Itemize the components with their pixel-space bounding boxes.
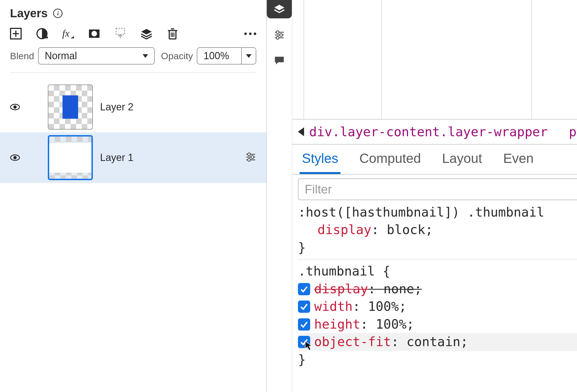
layer-name[interactable]: Layer 2 bbox=[100, 101, 133, 113]
visibility-icon[interactable] bbox=[10, 153, 20, 163]
css-selector[interactable]: .thumbnail { bbox=[298, 262, 577, 280]
blend-value: Normal bbox=[45, 50, 77, 62]
css-declaration[interactable]: display: none; bbox=[298, 280, 577, 298]
filter-row: Filter bbox=[292, 175, 577, 202]
layer-name[interactable]: Layer 1 bbox=[100, 152, 133, 163]
layers-toolbar: fx bbox=[0, 23, 266, 44]
svg-point-22 bbox=[248, 153, 250, 156]
svg-point-26 bbox=[248, 158, 250, 161]
svg-marker-27 bbox=[274, 5, 284, 10]
blend-mode-select[interactable]: Normal bbox=[38, 47, 155, 64]
svg-point-24 bbox=[251, 156, 254, 158]
styles-content: :host([hasthumbnail]) .thumbnail display… bbox=[292, 202, 577, 376]
svg-point-29 bbox=[276, 31, 279, 34]
svg-text:fx: fx bbox=[62, 28, 69, 39]
rail-layers-button[interactable] bbox=[267, 0, 292, 18]
styles-filter-input[interactable]: Filter bbox=[298, 178, 577, 200]
svg-marker-6 bbox=[71, 36, 74, 38]
new-layer-button[interactable] bbox=[10, 28, 22, 39]
side-rail bbox=[267, 0, 292, 392]
svg-point-18 bbox=[13, 105, 17, 109]
css-declaration[interactable]: object-fit: contain; bbox=[298, 333, 577, 351]
breadcrumb: div.layer-content.layer-wrapper psw bbox=[292, 120, 577, 145]
css-rule: .thumbnail { display: none; width: 100%;… bbox=[298, 262, 577, 371]
opacity-label: Opacity bbox=[161, 51, 193, 61]
layer-properties-button[interactable] bbox=[245, 152, 256, 164]
css-brace-close: } bbox=[298, 239, 577, 256]
svg-rect-9 bbox=[116, 28, 125, 34]
opacity-dropdown-button[interactable] bbox=[241, 47, 256, 64]
css-rule: :host([hasthumbnail]) .thumbnail display… bbox=[298, 204, 577, 260]
toggle-property-checkbox[interactable] bbox=[298, 283, 310, 295]
tab-styles[interactable]: Styles bbox=[300, 145, 340, 174]
layer-group-button[interactable] bbox=[141, 28, 152, 39]
rail-adjustments-button[interactable] bbox=[267, 26, 292, 44]
dom-preview-area bbox=[292, 0, 577, 120]
svg-point-33 bbox=[276, 36, 279, 39]
chevron-down-icon bbox=[246, 54, 252, 58]
toggle-property-checkbox[interactable] bbox=[298, 318, 310, 331]
tab-computed[interactable]: Computed bbox=[357, 145, 423, 174]
css-declaration[interactable]: height: 100%; bbox=[298, 316, 577, 333]
breadcrumb-item[interactable]: div.layer-content.layer-wrapper bbox=[309, 124, 548, 139]
layer-row[interactable]: Layer 2 bbox=[0, 82, 266, 132]
adjustment-layer-button[interactable] bbox=[36, 28, 48, 39]
layer-row[interactable]: Layer 1 bbox=[0, 132, 266, 183]
svg-point-31 bbox=[280, 34, 282, 36]
layer-effects-button[interactable]: fx bbox=[62, 28, 74, 39]
tab-event[interactable]: Even bbox=[501, 145, 536, 174]
tab-layout[interactable]: Layout bbox=[440, 145, 484, 174]
blend-label: Blend bbox=[10, 51, 34, 61]
opacity-value: 100% bbox=[203, 50, 229, 62]
svg-marker-34 bbox=[305, 341, 312, 350]
layer-thumbnail[interactable] bbox=[48, 135, 93, 180]
visibility-icon[interactable] bbox=[10, 102, 20, 112]
toggle-property-checkbox[interactable] bbox=[298, 301, 310, 313]
layers-panel: Layers i fx Blend Normal bbox=[0, 0, 267, 392]
svg-marker-10 bbox=[141, 29, 152, 34]
svg-point-8 bbox=[91, 31, 97, 36]
css-declaration[interactable]: width: 100%; bbox=[298, 298, 577, 315]
layer-mask-button[interactable] bbox=[88, 28, 100, 39]
more-options-button[interactable] bbox=[244, 33, 256, 35]
css-brace-close: } bbox=[298, 351, 577, 368]
svg-point-20 bbox=[13, 156, 17, 159]
layer-list: Layer 2 Layer 1 bbox=[0, 73, 266, 392]
devtools-panel: div.layer-content.layer-wrapper psw Styl… bbox=[292, 0, 577, 392]
clip-mask-button[interactable] bbox=[115, 28, 126, 39]
chevron-down-icon bbox=[143, 54, 148, 58]
panel-title: Layers bbox=[10, 7, 48, 20]
css-declaration[interactable]: display: block; bbox=[298, 221, 577, 239]
breadcrumb-prev-icon[interactable] bbox=[298, 127, 304, 136]
delete-layer-button[interactable] bbox=[167, 28, 178, 39]
panel-header: Layers i bbox=[0, 0, 266, 23]
rail-comments-button[interactable] bbox=[267, 52, 292, 70]
blend-opacity-row: Blend Normal Opacity 100% bbox=[10, 44, 256, 73]
opacity-input[interactable]: 100% bbox=[197, 47, 241, 64]
cursor-pointer-icon bbox=[305, 341, 312, 351]
devtools-tabs: Styles Computed Layout Even bbox=[292, 145, 577, 175]
breadcrumb-item[interactable]: psw bbox=[569, 124, 577, 139]
css-selector[interactable]: :host([hasthumbnail]) .thumbnail bbox=[298, 204, 577, 221]
info-icon[interactable]: i bbox=[53, 9, 63, 18]
layer-thumbnail[interactable] bbox=[48, 85, 93, 130]
